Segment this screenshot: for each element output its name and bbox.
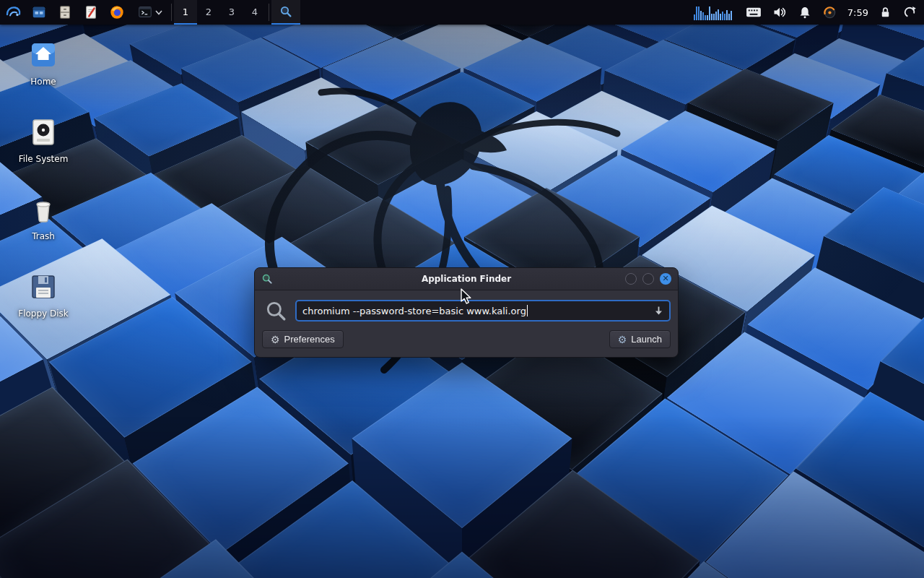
minimize-button[interactable] bbox=[625, 273, 637, 285]
application-finder-window: Application Finder ✕ chromium --password… bbox=[254, 267, 679, 358]
file-manager-icon bbox=[31, 4, 47, 20]
text-caret bbox=[527, 305, 528, 316]
desktop-icon-home[interactable]: Home bbox=[9, 38, 78, 87]
workspace-label: 1 bbox=[183, 7, 188, 17]
kali-dragon-logo bbox=[195, 58, 671, 419]
desktop-icon-label: Floppy Disk bbox=[18, 309, 69, 319]
volume-icon[interactable] bbox=[772, 5, 788, 20]
file-cabinet-icon bbox=[57, 4, 73, 20]
workspace-label: 3 bbox=[229, 7, 235, 17]
file-system-drive-icon bbox=[26, 115, 61, 150]
home-folder-icon bbox=[26, 38, 61, 72]
workspace-2[interactable]: 2 bbox=[197, 0, 220, 25]
window-title: Application Finder bbox=[255, 274, 678, 284]
close-button[interactable]: ✕ bbox=[660, 273, 671, 285]
desktop-icon-label: Trash bbox=[32, 231, 55, 241]
search-input[interactable]: chromium --password-store=basic www.kali… bbox=[295, 300, 671, 322]
workspace-label: 4 bbox=[252, 7, 258, 17]
titlebar[interactable]: Application Finder ✕ bbox=[255, 268, 678, 290]
button-row: ⚙ Preferences ⚙ Launch bbox=[255, 326, 678, 357]
entry-dropdown-icon[interactable] bbox=[654, 306, 663, 316]
kali-menu-icon bbox=[4, 4, 22, 21]
desktop-icon-label: Home bbox=[30, 77, 56, 87]
workspace-label: 2 bbox=[206, 7, 212, 17]
screen: Home File System Trash Floppy Disk bbox=[0, 0, 924, 578]
top-panel: 1 2 3 4 bbox=[0, 0, 924, 25]
preferences-label: Preferences bbox=[284, 334, 335, 345]
application-finder-icon bbox=[279, 5, 292, 18]
window-controls: ✕ bbox=[625, 273, 671, 285]
chevron-down-icon bbox=[155, 9, 162, 15]
preferences-button[interactable]: ⚙ Preferences bbox=[262, 330, 344, 348]
maximize-button[interactable] bbox=[642, 273, 654, 285]
panel-left: 1 2 3 4 bbox=[0, 0, 300, 25]
launch-label: Launch bbox=[631, 334, 662, 345]
launch-button[interactable]: ⚙ Launch bbox=[609, 330, 671, 348]
desktop-icon-label: File System bbox=[19, 154, 69, 164]
text-editor-icon bbox=[83, 4, 99, 20]
panel-separator bbox=[171, 4, 172, 21]
floppy-disk-icon bbox=[26, 269, 61, 304]
search-icon bbox=[265, 300, 287, 322]
workspace-1[interactable]: 1 bbox=[174, 0, 197, 25]
desktop-icon-floppy-disk[interactable]: Floppy Disk bbox=[9, 269, 78, 319]
workspace-4[interactable]: 4 bbox=[243, 0, 266, 25]
launcher-file-manager[interactable] bbox=[26, 0, 52, 25]
launcher-firefox[interactable] bbox=[104, 0, 130, 25]
terminal-icon bbox=[137, 4, 153, 20]
lock-icon[interactable] bbox=[879, 5, 892, 20]
window-icon bbox=[261, 273, 273, 285]
launcher-file-cabinet[interactable] bbox=[52, 0, 78, 25]
applications-menu-button[interactable] bbox=[0, 0, 26, 25]
panel-clock[interactable]: 7:59 bbox=[847, 7, 868, 18]
notification-bell-icon[interactable] bbox=[798, 5, 812, 20]
launcher-terminal[interactable] bbox=[130, 0, 169, 25]
session-logout-icon[interactable] bbox=[902, 5, 917, 20]
panel-separator bbox=[269, 4, 269, 21]
sensor-gauge-icon[interactable] bbox=[822, 5, 837, 20]
tasklist-application-finder[interactable] bbox=[271, 0, 300, 25]
workspace-3[interactable]: 3 bbox=[220, 0, 243, 25]
trash-icon bbox=[26, 192, 61, 227]
panel-right: 7:59 bbox=[694, 0, 924, 25]
desktop-icon-trash[interactable]: Trash bbox=[9, 192, 78, 242]
system-load-graph[interactable] bbox=[694, 4, 736, 20]
desktop-icon-file-system[interactable]: File System bbox=[9, 115, 78, 165]
gear-icon: ⚙ bbox=[271, 335, 280, 345]
launcher-text-editor[interactable] bbox=[78, 0, 104, 25]
firefox-icon bbox=[109, 4, 125, 20]
search-input-value: chromium --password-store=basic www.kali… bbox=[302, 306, 526, 316]
keyboard-layout-icon[interactable] bbox=[746, 6, 762, 19]
search-row: chromium --password-store=basic www.kali… bbox=[255, 290, 678, 326]
launch-icon: ⚙ bbox=[618, 335, 627, 345]
